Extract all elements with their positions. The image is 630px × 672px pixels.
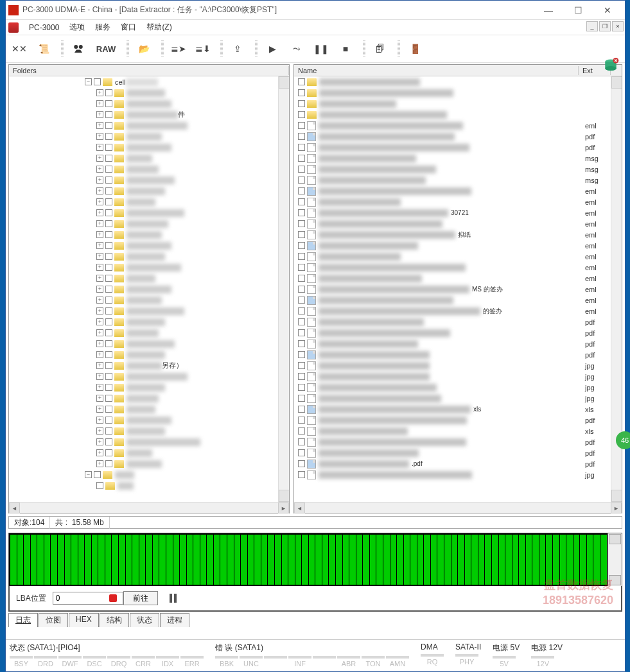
file-row[interactable]: eml [294, 251, 611, 262]
bottom-tabs: 日志 位图 HEX 结构 状态 进程 [8, 613, 622, 627]
tool-script-icon[interactable]: 📜 [32, 38, 55, 60]
status-led: 5V [493, 656, 516, 668]
tab-process[interactable]: 进程 [160, 613, 189, 627]
file-row[interactable]: eml [294, 120, 611, 131]
tab-bitmap[interactable]: 位图 [39, 613, 68, 627]
mdi-restore[interactable]: ❐ [599, 21, 611, 31]
file-row[interactable]: pdf [294, 142, 611, 153]
menu-help[interactable]: 帮助(Z) [141, 21, 177, 34]
col-name[interactable]: Name [294, 66, 579, 75]
file-row[interactable]: jpg [294, 393, 611, 404]
status-led [313, 656, 336, 668]
menu-app[interactable]: PC-3000 [24, 22, 64, 33]
file-row[interactable]: pdf [294, 131, 611, 142]
file-row[interactable]: pdf [294, 327, 611, 338]
menu-services[interactable]: 服务 [90, 21, 116, 34]
tool-pause-icon[interactable]: ❚❚ [310, 38, 333, 60]
file-row[interactable]: msg [294, 153, 611, 164]
tool-step-icon[interactable]: ⤳ [285, 38, 308, 60]
file-row[interactable]: pdf [294, 447, 611, 458]
file-row[interactable] [294, 87, 611, 98]
file-row[interactable]: msg [294, 175, 611, 185]
status-led: RQ [421, 654, 444, 666]
file-row[interactable] [294, 98, 611, 109]
file-row[interactable]: xls [294, 426, 611, 436]
file-row[interactable]: jpg [294, 382, 611, 393]
window-maximize[interactable]: ☐ [563, 1, 593, 20]
status-led: INF [288, 656, 311, 668]
hardware-status-panel: 状态 (SATA1)-[PIO4] BSYDRDDWFDSCDRQCRRIDXE… [6, 639, 625, 671]
file-row[interactable]: MS 的签办eml [294, 284, 611, 295]
status-led: TON [362, 656, 385, 668]
tool-raw-button[interactable]: RAW [91, 38, 121, 60]
file-row[interactable]: jpg [294, 360, 611, 371]
record-marker-icon [109, 594, 117, 602]
sector-map-grid[interactable] [9, 533, 608, 586]
status-led: ABR [337, 656, 360, 668]
tab-hex[interactable]: HEX [69, 613, 99, 627]
folder-tree[interactable]: −cell+++件+++++++++++++++++++++++另存）+++++… [9, 76, 278, 502]
file-row[interactable]: eml [294, 273, 611, 284]
file-row[interactable]: pdf [294, 436, 611, 447]
app-icon [8, 5, 19, 15]
tool-copy-icon[interactable]: 🗐 [369, 38, 392, 60]
lba-go-button[interactable]: 前往 [123, 591, 158, 605]
status-led [264, 656, 287, 668]
window-close[interactable]: ✕ [593, 1, 622, 20]
tree-scrollbar-v[interactable] [278, 76, 289, 502]
tab-struct[interactable]: 结构 [100, 613, 129, 627]
file-list-pane: Name Ext emlpdfpdfmsgmsgmsgemleml30721em… [293, 64, 622, 513]
file-row[interactable]: 30721eml [294, 207, 611, 218]
tab-status[interactable]: 状态 [130, 613, 159, 627]
mdi-minimize[interactable]: _ [586, 21, 598, 31]
file-scrollbar-h[interactable]: ◄► [294, 502, 622, 513]
window-minimize[interactable]: — [534, 1, 563, 20]
map-scrollbar[interactable] [608, 533, 622, 586]
tool-list2-icon[interactable]: ≣⬇ [191, 38, 214, 60]
file-row[interactable] [294, 76, 611, 87]
explorer-status-bar: 对象:104 共 : 15.58 Mb [8, 516, 622, 529]
tool-settings-icon[interactable]: ✕✕ [8, 38, 31, 60]
file-row[interactable]: pdf [294, 415, 611, 426]
file-row[interactable]: eml [294, 185, 611, 196]
tool-search-icon[interactable] [67, 38, 90, 60]
status-led: IDX [156, 656, 179, 668]
tool-exit-icon[interactable]: 🚪 [403, 38, 426, 60]
lba-label: LBA位置 [16, 593, 46, 604]
file-row[interactable]: 的签办eml [294, 306, 611, 316]
tool-export-icon[interactable]: ⇪ [226, 38, 249, 60]
menu-bar: PC-3000 选项 服务 窗口 帮助(Z) _ ❐ × [6, 20, 625, 35]
menu-options[interactable]: 选项 [64, 21, 90, 34]
file-row[interactable]: xlsxls [294, 404, 611, 415]
file-row[interactable]: .pdfpdf [294, 458, 611, 469]
file-row[interactable]: pdf [294, 316, 611, 327]
file-row[interactable]: eml [294, 240, 611, 251]
tool-list1-icon[interactable]: ≣➤ [167, 38, 190, 60]
file-row[interactable]: 拟纸eml [294, 229, 611, 240]
file-row[interactable]: pdf [294, 338, 611, 349]
status-led: ERR [180, 656, 204, 668]
file-row[interactable]: pdf [294, 349, 611, 360]
file-row[interactable] [294, 109, 611, 120]
file-row[interactable]: jpg [294, 469, 611, 480]
database-icon[interactable] [602, 57, 620, 75]
file-list[interactable]: emlpdfpdfmsgmsgmsgemleml30721emleml拟纸eml… [294, 76, 611, 502]
file-row[interactable]: eml [294, 295, 611, 306]
side-badge[interactable]: 46 [616, 431, 630, 449]
file-row[interactable]: eml [294, 218, 611, 229]
tool-open-icon[interactable]: 📂 [132, 38, 155, 60]
file-row[interactable]: eml [294, 262, 611, 273]
file-row[interactable]: msg [294, 164, 611, 175]
lba-pause-icon[interactable] [170, 594, 177, 603]
window-title: PC-3000 UDMA-E - China - [Data Extractor… [22, 4, 534, 15]
tool-play-icon[interactable]: ▶ [261, 38, 284, 60]
tab-log[interactable]: 日志 [8, 613, 38, 627]
mdi-close[interactable]: × [612, 21, 624, 31]
file-row[interactable]: jpg [294, 371, 611, 382]
file-row[interactable]: eml [294, 196, 611, 207]
status-led: BSY [10, 656, 33, 668]
tool-stop-icon[interactable]: ■ [334, 38, 357, 60]
menu-window[interactable]: 窗口 [116, 21, 141, 34]
status-led: CRR [132, 656, 155, 668]
tree-scrollbar-h[interactable]: ◄► [9, 502, 289, 513]
